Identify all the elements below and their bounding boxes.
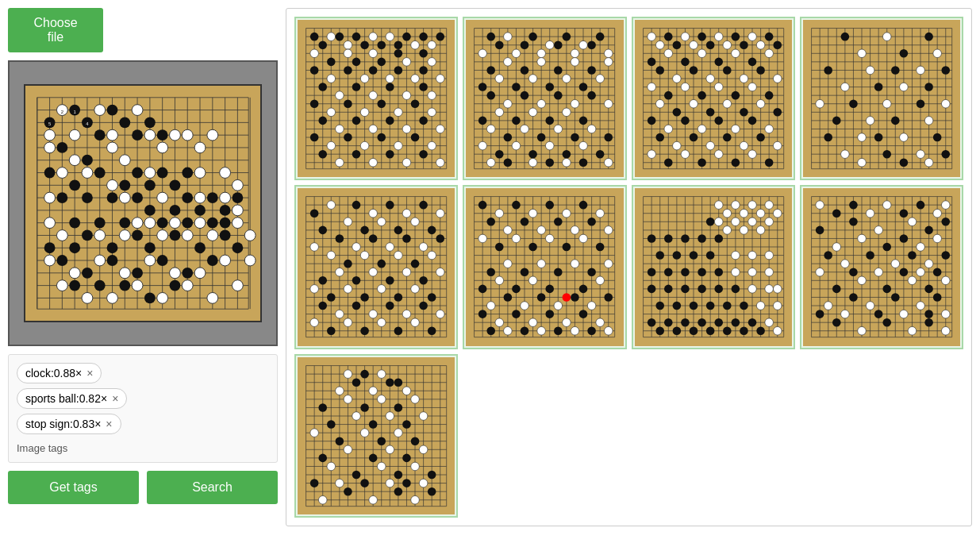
svg-point-1019 bbox=[369, 420, 378, 429]
svg-point-1034 bbox=[419, 445, 428, 454]
svg-point-228 bbox=[360, 75, 369, 83]
svg-point-338 bbox=[512, 83, 521, 91]
svg-point-47 bbox=[132, 129, 143, 141]
tag-clock[interactable]: clock:0.88× × bbox=[17, 363, 102, 383]
svg-point-133 bbox=[232, 218, 243, 229]
svg-point-465 bbox=[756, 99, 765, 108]
result-item-3[interactable] bbox=[632, 17, 795, 180]
result-item-5[interactable] bbox=[294, 185, 458, 349]
tag-clock-close[interactable]: × bbox=[86, 367, 93, 379]
svg-point-76 bbox=[220, 218, 231, 229]
result-item-6[interactable] bbox=[463, 185, 626, 349]
svg-point-1048 bbox=[344, 487, 352, 495]
svg-point-210 bbox=[402, 33, 411, 41]
svg-point-843 bbox=[731, 285, 740, 294]
svg-text:2: 2 bbox=[61, 110, 63, 114]
svg-point-915 bbox=[933, 210, 942, 218]
svg-point-78 bbox=[69, 242, 80, 253]
svg-point-353 bbox=[495, 108, 504, 117]
svg-text:1: 1 bbox=[74, 110, 76, 114]
svg-point-933 bbox=[924, 260, 933, 268]
svg-point-741 bbox=[504, 293, 513, 302]
svg-point-124 bbox=[157, 192, 168, 203]
svg-point-627 bbox=[377, 260, 386, 268]
svg-point-827 bbox=[747, 252, 756, 260]
tag-stop-sign-close[interactable]: × bbox=[106, 418, 112, 430]
search-button[interactable]: Search bbox=[147, 471, 278, 504]
image-tags-label: Image tags bbox=[17, 442, 269, 454]
svg-point-433 bbox=[756, 40, 765, 49]
svg-point-831 bbox=[681, 268, 690, 277]
svg-point-963 bbox=[924, 318, 933, 327]
svg-point-319 bbox=[478, 49, 487, 58]
svg-point-381 bbox=[605, 158, 613, 167]
svg-point-263 bbox=[377, 133, 386, 142]
get-tags-button[interactable]: Get tags bbox=[8, 471, 139, 504]
svg-point-649 bbox=[352, 302, 361, 310]
svg-point-1014 bbox=[377, 395, 386, 403]
svg-point-919 bbox=[908, 218, 917, 226]
svg-point-467 bbox=[647, 117, 655, 125]
svg-point-458 bbox=[764, 91, 773, 100]
svg-point-960 bbox=[857, 327, 866, 336]
svg-point-450 bbox=[773, 75, 782, 83]
tag-sports-ball[interactable]: sports ball:0.82× × bbox=[17, 388, 127, 409]
svg-point-730 bbox=[571, 260, 579, 268]
svg-point-143 bbox=[94, 255, 106, 266]
svg-point-742 bbox=[521, 302, 529, 310]
result-item-4[interactable] bbox=[800, 17, 963, 180]
svg-point-624 bbox=[327, 252, 336, 260]
svg-point-855 bbox=[664, 318, 673, 327]
svg-point-230 bbox=[386, 75, 394, 83]
svg-point-232 bbox=[411, 75, 420, 83]
board-svg: 5 2 1 4 bbox=[25, 86, 260, 321]
svg-point-547 bbox=[941, 99, 950, 108]
svg-point-335 bbox=[605, 58, 613, 67]
result-item-7[interactable] bbox=[632, 185, 795, 349]
svg-point-528 bbox=[840, 33, 849, 41]
svg-point-1050 bbox=[394, 487, 403, 495]
svg-point-942 bbox=[857, 276, 866, 285]
svg-point-117 bbox=[107, 179, 118, 191]
svg-point-377 bbox=[529, 158, 538, 167]
svg-point-364 bbox=[571, 133, 579, 142]
tag-stop-sign[interactable]: stop sign:0.83× × bbox=[17, 414, 121, 434]
svg-point-271 bbox=[386, 150, 394, 159]
svg-point-539 bbox=[840, 83, 849, 91]
svg-point-423 bbox=[714, 33, 723, 41]
svg-point-619 bbox=[369, 234, 378, 243]
svg-point-957 bbox=[924, 310, 933, 319]
result-item-2[interactable] bbox=[463, 17, 626, 180]
svg-point-109 bbox=[107, 142, 118, 153]
svg-point-637 bbox=[419, 276, 428, 285]
svg-point-151 bbox=[82, 292, 93, 303]
svg-point-432 bbox=[740, 40, 748, 49]
svg-point-203 bbox=[344, 40, 352, 49]
svg-point-802 bbox=[731, 201, 740, 210]
svg-point-239 bbox=[386, 83, 394, 91]
svg-point-630 bbox=[428, 252, 436, 260]
svg-point-106 bbox=[170, 129, 181, 141]
result-item-8[interactable] bbox=[800, 185, 963, 349]
svg-point-156 bbox=[207, 292, 218, 303]
svg-point-948 bbox=[849, 293, 858, 302]
result-item-1[interactable] bbox=[294, 17, 458, 180]
svg-point-328 bbox=[487, 66, 496, 75]
svg-point-247 bbox=[377, 99, 386, 108]
svg-point-614 bbox=[411, 218, 420, 226]
svg-point-320 bbox=[495, 40, 504, 49]
svg-point-935 bbox=[816, 268, 824, 277]
tag-sports-ball-close[interactable]: × bbox=[112, 392, 118, 405]
svg-point-350 bbox=[588, 91, 597, 100]
svg-point-118 bbox=[144, 168, 156, 179]
choose-file-button[interactable]: Choose file bbox=[8, 8, 103, 52]
result-item-9[interactable] bbox=[294, 354, 458, 518]
svg-point-719 bbox=[529, 243, 538, 252]
tag-stop-sign-label: stop sign:0.83× bbox=[25, 418, 101, 430]
svg-point-52 bbox=[94, 168, 106, 179]
svg-point-642 bbox=[360, 293, 369, 302]
svg-point-425 bbox=[747, 33, 756, 41]
svg-point-532 bbox=[899, 49, 908, 58]
svg-point-752 bbox=[546, 310, 555, 319]
svg-point-650 bbox=[369, 310, 378, 319]
